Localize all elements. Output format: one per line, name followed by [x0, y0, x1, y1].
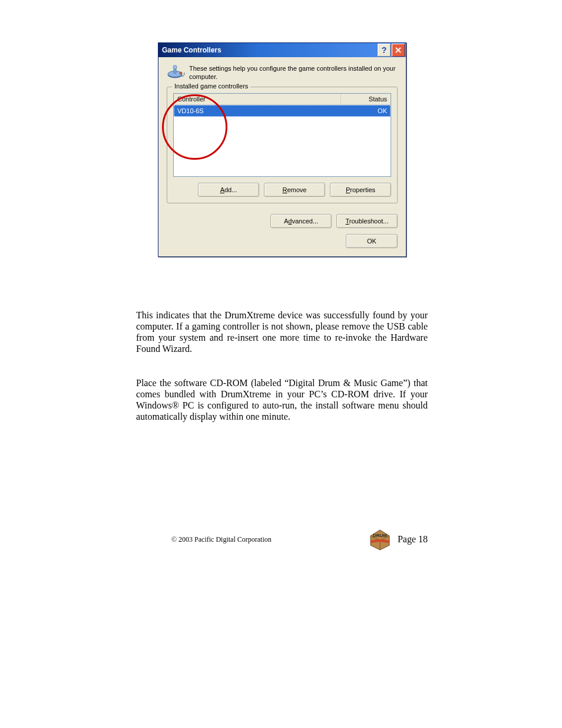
remove-label-rest: emove: [287, 186, 306, 193]
troubleshoot-button[interactable]: Troubleshoot...: [336, 214, 398, 228]
paragraph-2: Place the software CD-ROM (labeled “Digi…: [136, 377, 428, 422]
row-status: OK: [342, 106, 390, 116]
column-header-status[interactable]: Status: [341, 94, 391, 104]
column-header-controller[interactable]: Controller: [174, 94, 341, 104]
help-button[interactable]: ?: [378, 44, 391, 57]
close-button[interactable]: [392, 44, 405, 57]
advanced-button-row: Advanced... Troubleshoot...: [167, 214, 398, 228]
list-row[interactable]: VD10-6S OK: [174, 105, 391, 117]
group-button-row: Add... Remove Properties: [173, 183, 391, 197]
group-legend: Installed game controllers: [172, 83, 250, 90]
game-controllers-dialog: Game Controllers ?: [158, 42, 406, 257]
titlebar-buttons: ?: [378, 44, 405, 57]
add-button[interactable]: Add...: [198, 183, 259, 197]
advanced-button[interactable]: Advanced...: [270, 214, 332, 228]
page-number: Page 18: [398, 534, 428, 545]
joystick-icon: [167, 64, 186, 78]
remove-button[interactable]: Remove: [264, 183, 325, 197]
add-label-rest: dd...: [224, 186, 237, 193]
ok-button[interactable]: OK: [346, 234, 398, 248]
dialog-description: These settings help you configure the ga…: [189, 64, 398, 81]
list-header: Controller Status: [174, 94, 391, 105]
installed-controllers-group: Installed game controllers Controller St…: [167, 87, 398, 203]
drum-logo-icon: DRUM: [367, 528, 393, 551]
ok-button-row: OK: [167, 234, 398, 248]
paragraph-1: This indicates that the DrumXtreme devic…: [136, 309, 428, 354]
dialog-header: These settings help you configure the ga…: [167, 64, 398, 81]
advanced-label-rest: vanced...: [292, 218, 318, 225]
properties-label-rest: roperties: [350, 186, 375, 193]
svg-point-5: [173, 65, 177, 69]
troubleshoot-label-rest: roubleshoot...: [349, 218, 389, 225]
dialog-titlebar[interactable]: Game Controllers ?: [158, 43, 406, 57]
row-controller: VD10-6S: [174, 106, 342, 116]
close-icon: [395, 47, 401, 53]
controllers-listbox[interactable]: Controller Status VD10-6S OK: [173, 93, 391, 177]
logo-text: DRUM: [373, 533, 387, 538]
properties-button[interactable]: Properties: [330, 183, 391, 197]
dialog-body: These settings help you configure the ga…: [158, 57, 406, 256]
svg-point-6: [180, 72, 182, 74]
dialog-title: Game Controllers: [162, 46, 378, 54]
copyright: © 2003 Pacific Digital Corporation: [171, 535, 272, 544]
page-footer: © 2003 Pacific Digital Corporation DRUM …: [136, 528, 428, 551]
document-page: Game Controllers ?: [0, 0, 562, 728]
